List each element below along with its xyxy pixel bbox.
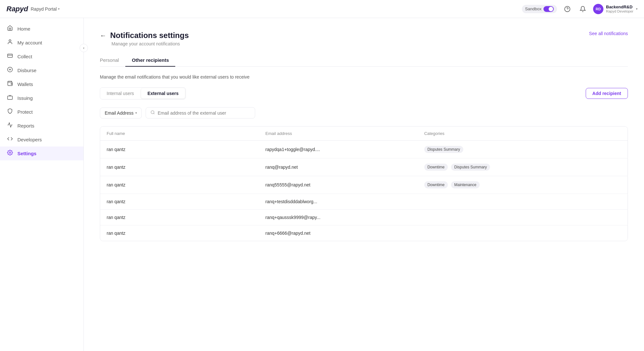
sidebar-icon-collect xyxy=(6,53,14,60)
row-4-actions xyxy=(608,210,628,225)
see-all-notifications-link[interactable]: See all notifications xyxy=(589,31,628,36)
user-chevron-icon: ▾ xyxy=(636,7,638,11)
svg-rect-8 xyxy=(8,96,13,100)
sidebar-icon-reports xyxy=(6,122,14,129)
page-subtitle: Manage your account notifications xyxy=(111,41,189,46)
category-badge: Downtime xyxy=(424,181,448,188)
sidebar-collapse-button[interactable]: ‹ xyxy=(80,44,88,52)
row-3-name: ran qantz xyxy=(100,194,259,209)
row-5-categories xyxy=(418,225,608,241)
email-filter-dropdown[interactable]: Email Address ▾ xyxy=(100,108,142,119)
table-row: ran qantzranq+qausssk9999@rapy... xyxy=(100,210,628,225)
row-4-categories xyxy=(418,210,608,225)
row-1-email: ranq@rapyd.net xyxy=(259,158,418,176)
avatar: RD xyxy=(593,4,603,14)
tab-other-recipients[interactable]: Other recipients xyxy=(125,54,175,67)
topbar-left: Rapyd Rapyd Portal ▾ xyxy=(6,5,60,13)
table-column-header-0: Full name xyxy=(100,127,259,140)
portal-selector[interactable]: Rapyd Portal ▾ xyxy=(31,6,60,12)
row-4-name: ran qantz xyxy=(100,210,259,225)
row-1-actions xyxy=(608,158,628,176)
sidebar-label-collect: Collect xyxy=(17,54,32,59)
sidebar-item-reports[interactable]: Reports xyxy=(0,119,83,133)
table-row: ran qantzrapydqa1+toggle@rapyd....Disput… xyxy=(100,141,628,158)
sidebar-icon-issuing xyxy=(6,94,14,102)
sidebar-nav: HomeMy accountCollectDisburseWalletsIssu… xyxy=(0,22,83,160)
sidebar-item-home[interactable]: Home xyxy=(0,22,83,36)
row-2-actions xyxy=(608,176,628,194)
user-info: BackendR&D Rapyd Developer xyxy=(606,5,633,13)
sidebar-icon-disburse xyxy=(6,67,14,74)
tabs: PersonalOther recipients xyxy=(100,54,628,67)
category-badge: Maintenance xyxy=(451,181,480,188)
sandbox-toggle-track[interactable] xyxy=(543,6,554,12)
app-root: Rapyd Rapyd Portal ▾ Sandbox RD xyxy=(0,0,644,351)
row-5-name: ran qantz xyxy=(100,225,259,241)
email-search-input[interactable] xyxy=(158,110,250,116)
sidebar: ‹ HomeMy accountCollectDisburseWalletsIs… xyxy=(0,18,84,351)
category-badge: Disputes Summary xyxy=(424,146,463,153)
sidebar-icon-protect xyxy=(6,108,14,116)
sidebar-item-settings[interactable]: Settings xyxy=(0,147,83,160)
user-type-toggle: Internal usersExternal users xyxy=(100,87,186,100)
svg-rect-3 xyxy=(8,54,13,58)
sidebar-item-collect[interactable]: Collect xyxy=(0,50,83,63)
sidebar-label-settings: Settings xyxy=(17,151,36,156)
content-area: ← Notifications settings Manage your acc… xyxy=(84,18,644,351)
row-3-categories xyxy=(418,194,608,209)
sidebar-item-wallets[interactable]: Wallets xyxy=(0,77,83,91)
sidebar-label-my-account: My account xyxy=(17,40,42,45)
user-name: BackendR&D xyxy=(606,5,633,9)
sidebar-icon-my-account xyxy=(6,39,14,46)
logo: Rapyd xyxy=(6,5,28,13)
table-row: ran qantzranq55555@rapyd.netDowntimeMain… xyxy=(100,176,628,194)
table-header: Full nameEmail addressCategories xyxy=(100,127,628,141)
page-header: ← Notifications settings Manage your acc… xyxy=(100,31,628,46)
row-3-email: ranq+testdisdddablworg... xyxy=(259,194,418,209)
page-title-area: ← Notifications settings xyxy=(100,31,189,40)
tab-personal[interactable]: Personal xyxy=(100,54,125,67)
svg-point-2 xyxy=(9,40,11,42)
user-type-btn-internal[interactable]: Internal users xyxy=(100,88,140,99)
notifications-bell-icon[interactable] xyxy=(578,4,588,14)
topbar-right: Sandbox RD BackendR&D Rapyd Developer ▾ xyxy=(522,4,638,14)
category-badge: Downtime xyxy=(424,164,448,171)
row-5-email: ranq+6666@rapyd.net xyxy=(259,225,418,241)
row-0-categories: Disputes Summary xyxy=(418,141,608,158)
main-layout: ‹ HomeMy accountCollectDisburseWalletsIs… xyxy=(0,18,644,351)
filter-dropdown-label: Email Address xyxy=(105,110,133,116)
row-1-name: ran qantz xyxy=(100,158,259,176)
sidebar-item-issuing[interactable]: Issuing xyxy=(0,91,83,105)
recipients-table: Full nameEmail addressCategories ran qan… xyxy=(100,126,628,241)
sidebar-item-my-account[interactable]: My account xyxy=(0,36,83,50)
sidebar-label-home: Home xyxy=(17,26,30,32)
page-title: Notifications settings xyxy=(110,31,189,40)
row-1-categories: DowntimeDisputes Summary xyxy=(418,158,608,176)
row-2-name: ran qantz xyxy=(100,176,259,194)
filter-chevron-icon: ▾ xyxy=(135,111,137,115)
add-recipient-button[interactable]: Add recipient xyxy=(586,88,628,99)
row-0-email: rapydqa1+toggle@rapyd.... xyxy=(259,141,418,158)
svg-point-10 xyxy=(151,111,154,114)
sidebar-label-wallets: Wallets xyxy=(17,81,33,87)
table-column-header-1: Email address xyxy=(259,127,418,140)
section-description: Manage the email notifications that you … xyxy=(100,74,628,80)
sidebar-label-developers: Developers xyxy=(17,137,42,142)
sidebar-item-developers[interactable]: Developers xyxy=(0,133,83,147)
sandbox-toggle[interactable]: Sandbox xyxy=(522,5,557,13)
user-menu[interactable]: RD BackendR&D Rapyd Developer ▾ xyxy=(593,4,638,14)
sandbox-toggle-thumb xyxy=(549,7,553,11)
user-type-btn-external[interactable]: External users xyxy=(141,88,185,99)
sidebar-icon-home xyxy=(6,25,14,33)
table-row: ran qantzranq+6666@rapyd.net xyxy=(100,225,628,241)
back-button[interactable]: ← xyxy=(100,32,106,39)
search-icon xyxy=(150,110,155,116)
sidebar-item-disburse[interactable]: Disburse xyxy=(0,63,83,77)
sidebar-item-protect[interactable]: Protect xyxy=(0,105,83,119)
help-button[interactable] xyxy=(562,4,572,14)
sidebar-icon-developers xyxy=(6,136,14,143)
svg-line-11 xyxy=(154,113,155,114)
table-column-header-3 xyxy=(608,127,628,140)
row-3-actions xyxy=(608,194,628,209)
row-2-categories: DowntimeMaintenance xyxy=(418,176,608,194)
